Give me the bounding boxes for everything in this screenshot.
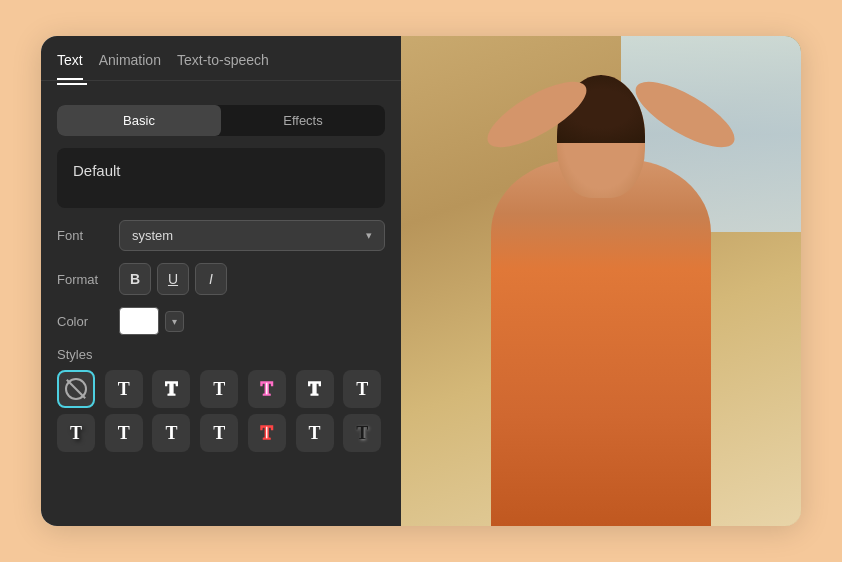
sub-tabs-row: Basic Effects [57, 105, 385, 136]
t-white4-icon: T [309, 423, 321, 444]
color-swatch-row: ▾ [119, 307, 184, 335]
t-white3-icon: T [213, 423, 225, 444]
style-t-white[interactable]: T [105, 370, 143, 408]
main-container: Text Animation Text-to-speech Basic Effe… [41, 36, 801, 526]
color-label: Color [57, 314, 109, 329]
style-t-pink[interactable]: T [343, 370, 381, 408]
format-label: Format [57, 272, 109, 287]
left-panel: Text Animation Text-to-speech Basic Effe… [41, 36, 401, 526]
style-t-white3[interactable]: T [200, 414, 238, 452]
style-t-outline[interactable]: T [152, 370, 190, 408]
style-none[interactable] [57, 370, 95, 408]
tabs-row: Text Animation Text-to-speech [41, 36, 401, 81]
style-t-dark-shadow[interactable]: T [343, 414, 381, 452]
photo-area [401, 36, 801, 526]
styles-label: Styles [57, 347, 385, 362]
no-style-icon [65, 378, 87, 400]
font-label: Font [57, 228, 109, 243]
sub-tab-effects[interactable]: Effects [221, 105, 385, 136]
tab-text[interactable]: Text [57, 52, 83, 80]
style-t-red-outline[interactable]: T [248, 414, 286, 452]
person-body [491, 159, 711, 527]
t-dark-icon: T [165, 423, 177, 444]
t-outline-icon: T [165, 379, 177, 400]
color-dropdown-button[interactable]: ▾ [165, 311, 184, 332]
italic-button[interactable]: I [195, 263, 227, 295]
style-t-white-outline2[interactable]: T [296, 370, 334, 408]
style-t-yellow2[interactable]: T [105, 414, 143, 452]
underline-button[interactable]: U [157, 263, 189, 295]
t-yellow2-icon: T [118, 423, 130, 444]
default-label: Default [73, 162, 121, 179]
t-white-outline2-icon: T [309, 379, 321, 400]
t-pink-outline-icon: T [261, 379, 273, 400]
t-dark-shadow-icon: T [356, 423, 368, 444]
style-t-dark[interactable]: T [152, 414, 190, 452]
style-t-yellow[interactable]: T [200, 370, 238, 408]
format-row: Format B U I [57, 263, 385, 295]
chevron-down-icon: ▾ [366, 229, 372, 242]
font-select[interactable]: system ▾ [119, 220, 385, 251]
style-t-white4[interactable]: T [296, 414, 334, 452]
style-t-shadow[interactable]: T [57, 414, 95, 452]
right-panel [401, 36, 801, 526]
sub-tab-basic[interactable]: Basic [57, 105, 221, 136]
font-row: Font system ▾ [57, 220, 385, 251]
tab-tts[interactable]: Text-to-speech [177, 52, 269, 80]
font-value: system [132, 228, 173, 243]
default-text-area: Default [57, 148, 385, 208]
t-red-outline-icon: T [261, 423, 273, 444]
style-t-pink-outline[interactable]: T [248, 370, 286, 408]
tab-underline [57, 83, 87, 85]
t-white-icon: T [118, 379, 130, 400]
styles-grid-row1: T T T T T T [57, 370, 385, 408]
t-pink-icon: T [356, 379, 368, 400]
format-buttons: B U I [119, 263, 227, 295]
tab-animation[interactable]: Animation [99, 52, 161, 80]
styles-grid-row2: T T T T T T T [57, 414, 385, 452]
color-swatch[interactable] [119, 307, 159, 335]
color-row: Color ▾ [57, 307, 385, 335]
bold-button[interactable]: B [119, 263, 151, 295]
t-yellow-icon: T [213, 379, 225, 400]
t-shadow-icon: T [70, 423, 82, 444]
